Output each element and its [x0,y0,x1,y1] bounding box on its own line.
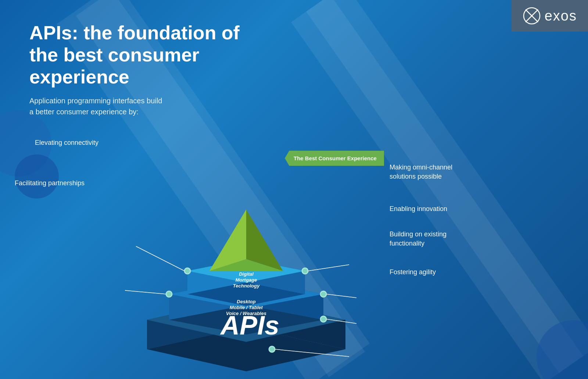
annotation-fostering-text: Fostering agility [390,268,436,276]
annotation-building-text: Building on existingfunctionality [390,230,447,248]
annotation-innovation-text: Enabling innovation [390,205,447,213]
desktop-label2: Mobile / Tablet [230,305,263,310]
apis-label: APIs [220,311,279,340]
dot-facilitating [166,291,172,297]
main-title: APIs: the foundation of the best consume… [29,22,250,88]
line-facilitating [125,290,166,294]
digital-label2: Mortgage [236,277,257,283]
pyramid-svg: Digital Mortgage Technology Desktop Mobi… [114,92,379,371]
annotation-facilitating-text: Facilitating partnerships [15,179,85,187]
circle-decoration-left-bottom [15,154,59,199]
desktop-label: Desktop [237,299,255,304]
dot-building [320,316,326,322]
flag-banner: The Best Consumer Experience [285,151,384,166]
line-omni [308,265,349,271]
flag-banner-text: The Best Consumer Experience [285,151,384,166]
line-innovation [326,294,356,298]
line-elevating [136,246,184,271]
dot-elevating [184,268,190,274]
exos-logo-icon [523,7,541,25]
digital-label3: Technology [233,283,260,289]
digital-label: Digital [239,271,254,277]
logo-container: exos [512,0,588,32]
dot-omni [302,268,308,274]
annotation-omni-text: Making omni-channelsolutions possible [390,163,452,181]
dot-innovation [320,291,326,297]
dot-fostering [269,346,275,352]
logo-text: exos [545,8,577,24]
annotation-elevating-text: Elevating connectivity [35,139,98,147]
